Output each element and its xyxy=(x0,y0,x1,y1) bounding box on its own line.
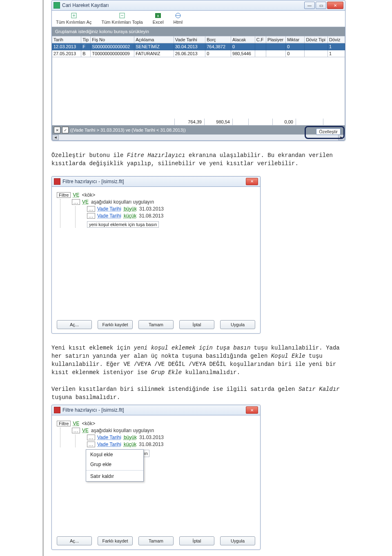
horizontal-scrollbar[interactable]: ◄ ► xyxy=(52,135,345,141)
root-tail: <kök> xyxy=(82,192,95,198)
root-tail: <kök> xyxy=(82,421,95,426)
col-header[interactable]: C.F xyxy=(255,36,266,43)
menu-item-remove-row[interactable]: Satır kaldır xyxy=(86,471,143,481)
toolbar-expand-all[interactable]: Tüm Kırılımları Aç xyxy=(56,12,91,25)
group-by-bar[interactable]: Gruplamak istediğiniz kolonu buraya sürü… xyxy=(52,27,345,36)
table-row[interactable]: 27.05.2013 B T00000000000009 FATURANIZ 2… xyxy=(52,50,345,57)
value-text[interactable]: 31.03.2013 xyxy=(139,435,164,440)
toolbar-label: Tüm Kırılımları Topla xyxy=(101,20,143,25)
row-menu-button[interactable]: ... xyxy=(87,435,95,440)
filter-tree: Filtre VE <kök> ... VE aşağıdaki koşulla… xyxy=(52,415,260,533)
window-title: Cari Hareket Kayıtları xyxy=(62,2,304,8)
ok-button[interactable]: Tamam xyxy=(138,320,174,329)
toolbar-label: Html xyxy=(174,20,183,25)
grid: Tarih Tip Fiş No Açıklama Vade Tarihi Bo… xyxy=(52,36,345,57)
apply-button[interactable]: Uygula xyxy=(220,320,255,329)
col-header[interactable]: Alacak xyxy=(231,36,255,43)
menu-separator xyxy=(86,470,143,471)
field-link[interactable]: Vade Tarihi xyxy=(97,206,121,212)
table-row[interactable]: 12.03.2013 F S00000000000002 SENETİMİZ 3… xyxy=(52,43,345,50)
col-header[interactable]: Döviz xyxy=(327,36,345,43)
close-button[interactable]: ✕ xyxy=(246,406,258,414)
operator-link[interactable]: büyük xyxy=(124,435,137,440)
toolbar: Tüm Kırılımları Aç Tüm Kırılımları Topla… xyxy=(52,11,345,27)
summary-row: 764,39 980,54 0,00 xyxy=(52,119,345,126)
operator-link[interactable]: küçük xyxy=(124,213,136,219)
maximize-button[interactable]: ▭ xyxy=(316,2,326,9)
html-icon xyxy=(175,12,181,19)
toolbar-html[interactable]: Html xyxy=(174,12,183,25)
row-menu-button[interactable]: ... xyxy=(72,199,80,205)
operator-link[interactable]: küçük xyxy=(124,442,136,447)
row-menu-button[interactable]: ... xyxy=(87,213,95,219)
ok-button[interactable]: Tamam xyxy=(138,536,174,545)
save-as-button[interactable]: Farklı kaydet xyxy=(98,536,133,545)
filter-root-button[interactable]: Filtre xyxy=(57,192,71,198)
filter-builder-window: Filtre hazırlayıcı - [isimsiz.flt] ✕ Fil… xyxy=(51,176,261,334)
operator-link[interactable]: VE xyxy=(82,428,89,433)
sum-miktar: 0,00 xyxy=(272,119,296,125)
paragraph: Verilen kısıtlardan biri silinmek istend… xyxy=(51,385,345,402)
row-menu-button[interactable]: ... xyxy=(72,428,80,433)
clear-filter-button[interactable]: ✕ xyxy=(54,127,60,133)
grid-empty-area xyxy=(52,57,345,119)
field-link[interactable]: Vade Tarihi xyxy=(97,213,121,219)
row-menu-button[interactable]: ... xyxy=(87,442,95,447)
operator-link[interactable]: büyük xyxy=(124,206,137,212)
col-header[interactable]: Açıklama xyxy=(134,36,174,43)
save-as-button[interactable]: Farklı kaydet xyxy=(98,320,133,329)
value-text[interactable]: 31.08.2013 xyxy=(139,442,163,447)
scroll-right-icon[interactable]: ► xyxy=(338,135,345,140)
minimize-button[interactable]: — xyxy=(304,2,315,9)
app-icon xyxy=(53,2,60,9)
toolbar-excel[interactable]: X Excel xyxy=(153,12,164,25)
field-link[interactable]: Vade Tarihi xyxy=(97,435,121,440)
toolbar-label: Excel xyxy=(153,20,164,25)
col-header[interactable]: Plasiyer xyxy=(266,36,286,43)
filter-tree: Filtre VE <kök> ... VE aşağıdaki koşulla… xyxy=(52,187,260,317)
open-button[interactable]: Aç... xyxy=(57,320,92,329)
toolbar-collapse-all[interactable]: Tüm Kırılımları Topla xyxy=(101,12,143,25)
dialog-buttons: Aç... Farklı kaydet Tamam İptal Uygula xyxy=(52,533,260,549)
customize-button[interactable]: Özelleştir xyxy=(316,128,341,135)
col-header[interactable]: Döviz Tipi xyxy=(305,36,328,43)
apply-button[interactable]: Uygula xyxy=(220,536,255,545)
filter-root-button[interactable]: Filtre xyxy=(57,421,71,426)
filter-icon xyxy=(54,178,60,185)
sum-alacak: 980,54 xyxy=(204,119,232,125)
close-button[interactable]: ✕ xyxy=(246,178,258,185)
col-header[interactable]: Miktar xyxy=(286,36,305,43)
menu-item-add-condition[interactable]: Koşul ekle xyxy=(86,450,143,460)
collapse-icon xyxy=(119,12,125,19)
col-header[interactable]: Tip xyxy=(81,36,91,43)
open-button[interactable]: Aç... xyxy=(57,536,92,545)
filter-enabled-checkbox[interactable]: ✓ xyxy=(62,127,69,133)
svg-text:X: X xyxy=(157,14,159,18)
titlebar: Cari Hareket Kayıtları — ▭ ✕ xyxy=(52,0,345,11)
close-button[interactable]: ✕ xyxy=(327,2,343,9)
value-text[interactable]: 31.08.2013 xyxy=(139,213,163,219)
cancel-button[interactable]: İptal xyxy=(179,320,214,329)
col-header[interactable]: Borç xyxy=(205,36,231,43)
titlebar: Filtre hazırlayıcı - [isimsiz.flt] ✕ xyxy=(52,405,260,415)
col-header[interactable]: Tarih xyxy=(52,36,81,43)
add-condition-hint[interactable]: yeni koşul eklemek için tuşa basın xyxy=(87,221,159,228)
dialog-buttons: Aç... Farklı kaydet Tamam İptal Uygula xyxy=(52,317,260,333)
operator-link[interactable]: VE xyxy=(73,421,79,426)
expand-icon xyxy=(71,12,77,19)
paragraph: Yeni kısıt eklemek için yeni koşul eklem… xyxy=(51,344,345,377)
window-title: Filtre hazırlayıcı - [isimsiz.flt] xyxy=(62,179,246,184)
toolbar-label: Tüm Kırılımları Aç xyxy=(56,20,91,25)
cancel-button[interactable]: İptal xyxy=(179,536,214,545)
operator-link[interactable]: VE xyxy=(82,199,89,205)
col-header[interactable]: Fiş No xyxy=(91,36,134,43)
row-menu-button[interactable]: ... xyxy=(87,206,95,212)
header-row: Tarih Tip Fiş No Açıklama Vade Tarihi Bo… xyxy=(52,36,345,43)
sub-text: aşağıdaki koşulları uygulayın xyxy=(91,199,154,205)
menu-item-add-group[interactable]: Grup ekle xyxy=(86,460,143,469)
scroll-left-icon[interactable]: ◄ xyxy=(52,135,59,140)
value-text[interactable]: 31.03.2013 xyxy=(139,206,164,212)
col-header[interactable]: Vade Tarihi xyxy=(174,36,205,43)
operator-link[interactable]: VE xyxy=(73,192,79,198)
field-link[interactable]: Vade Tarihi xyxy=(97,442,121,447)
